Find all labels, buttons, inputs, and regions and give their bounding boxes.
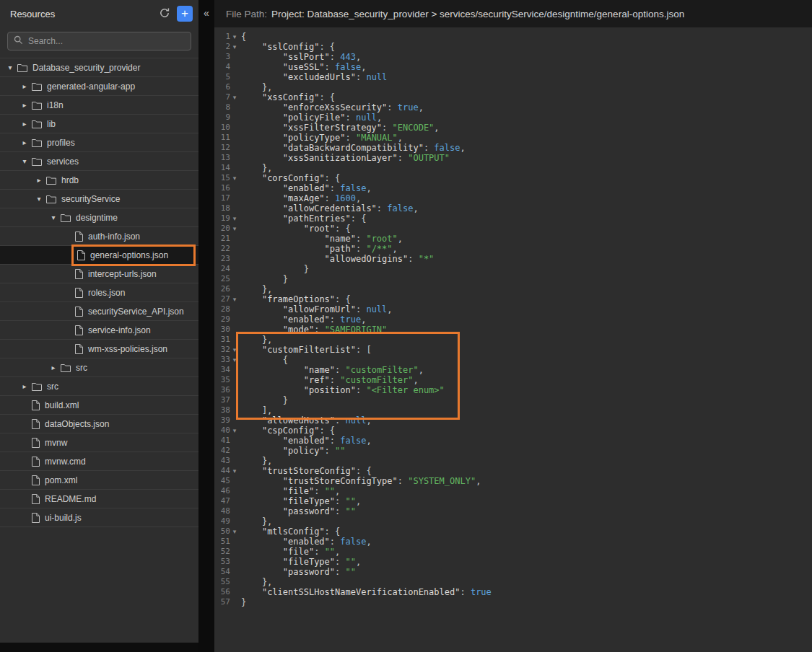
code-text[interactable]: "dataBackwardCompatibility": false, bbox=[239, 143, 466, 153]
code-text[interactable]: }, bbox=[239, 82, 272, 92]
code-text[interactable]: }, bbox=[239, 163, 272, 173]
tree-item-profiles[interactable]: ▸profiles bbox=[0, 133, 198, 152]
code-text[interactable]: "name": "root", bbox=[239, 234, 403, 244]
tree-item-designtime[interactable]: ▾designtime bbox=[0, 208, 198, 227]
code-text[interactable]: }, bbox=[239, 335, 272, 345]
tree-item-src[interactable]: ▸src bbox=[0, 377, 198, 396]
code-text[interactable]: "enabled": false, bbox=[239, 537, 372, 547]
tree-item-securityservice[interactable]: ▾securityService bbox=[0, 190, 198, 208]
code-text[interactable]: "corsConfig": { bbox=[239, 173, 340, 183]
code-text[interactable]: "allowedOrigins": "*" bbox=[239, 254, 434, 264]
tree-item-auth-info-json[interactable]: auth-info.json bbox=[0, 227, 198, 246]
chevron-down-icon[interactable]: ▾ bbox=[20, 152, 29, 171]
code-text[interactable]: "ref": "customFilter", bbox=[239, 375, 419, 385]
code-text[interactable]: }, bbox=[239, 577, 272, 587]
fold-caret-icon[interactable]: ▾ bbox=[230, 213, 239, 224]
code-text[interactable]: "maxAge": 1600, bbox=[239, 193, 361, 203]
code-text[interactable]: "name": "customFilter", bbox=[239, 365, 424, 375]
tree-item-service-info-json[interactable]: service-info.json bbox=[0, 321, 198, 340]
code-text[interactable]: "path": "/**", bbox=[239, 244, 398, 254]
chevron-right-icon[interactable]: ▸ bbox=[20, 115, 29, 133]
refresh-button[interactable] bbox=[159, 7, 170, 21]
fold-caret-icon[interactable]: ▾ bbox=[230, 92, 239, 102]
tree-item-i18n[interactable]: ▸i18n bbox=[0, 96, 198, 115]
code-text[interactable]: "enabled": false, bbox=[239, 436, 372, 446]
code-text[interactable]: "sslConfig": { bbox=[239, 42, 335, 52]
tree-item-securityservice-api-json[interactable]: securityService_API.json bbox=[0, 302, 198, 321]
code-text[interactable]: "enforceXssSecurity": true, bbox=[239, 102, 424, 113]
code-text[interactable]: ], bbox=[239, 405, 272, 415]
code-text[interactable]: "fileType": "", bbox=[239, 557, 361, 567]
code-text[interactable]: "excludedUrls": null bbox=[239, 72, 387, 82]
code-text[interactable]: "enabled": false, bbox=[239, 183, 372, 193]
code-text[interactable]: "policyType": "MANUAL", bbox=[239, 133, 403, 143]
fold-caret-icon[interactable]: ▾ bbox=[230, 42, 239, 52]
chevron-down-icon[interactable]: ▾ bbox=[35, 190, 43, 208]
code-text[interactable]: "mtlsConfig": { bbox=[239, 527, 340, 537]
chevron-right-icon[interactable]: ▸ bbox=[20, 133, 29, 152]
code-text[interactable]: "xssFilterStrategy": "ENCODE", bbox=[239, 123, 440, 133]
fold-caret-icon[interactable]: ▾ bbox=[230, 466, 239, 476]
fold-caret-icon[interactable]: ▾ bbox=[230, 224, 239, 234]
code-text[interactable]: "cspConfig": { bbox=[239, 426, 335, 436]
sidebar-horizontal-scrollbar[interactable] bbox=[0, 643, 198, 652]
fold-caret-icon[interactable]: ▾ bbox=[230, 294, 239, 304]
code-text[interactable]: "policyFile": null, bbox=[239, 113, 382, 123]
code-text[interactable]: "trustStoreConfigType": "SYSTEM_ONLY", bbox=[239, 476, 481, 486]
tree-item-generated-angular-app[interactable]: ▸generated-angular-app bbox=[0, 77, 198, 96]
tree-item-dataobjects-json[interactable]: dataObjects.json bbox=[0, 415, 198, 433]
tree-item-build-xml[interactable]: build.xml bbox=[0, 396, 198, 415]
code-text[interactable]: "root": { bbox=[239, 224, 351, 234]
chevron-right-icon[interactable]: ▸ bbox=[49, 358, 58, 377]
code-text[interactable]: "enabled": true, bbox=[239, 314, 366, 325]
code-text[interactable]: "pathEntries": { bbox=[239, 213, 366, 224]
code-text[interactable]: "sslPort": 443, bbox=[239, 52, 361, 62]
tree-item-wm-xss-policies-json[interactable]: wm-xss-policies.json bbox=[0, 340, 198, 358]
tree-item-roles-json[interactable]: roles.json bbox=[0, 283, 198, 302]
add-resource-button[interactable]: + bbox=[177, 6, 193, 22]
fold-caret-icon[interactable]: ▾ bbox=[230, 173, 239, 183]
tree-item-lib[interactable]: ▸lib bbox=[0, 115, 198, 133]
code-text[interactable]: } bbox=[239, 597, 246, 607]
code-text[interactable]: "allowedHosts": null, bbox=[239, 415, 372, 426]
code-text[interactable]: { bbox=[239, 355, 288, 365]
tree-item-intercept-urls-json[interactable]: intercept-urls.json bbox=[0, 265, 198, 283]
code-text[interactable]: "customFilterList": [ bbox=[239, 345, 372, 355]
code-text[interactable]: "frameOptions": { bbox=[239, 294, 351, 304]
code-text[interactable]: "password": "" bbox=[239, 506, 356, 516]
fold-caret-icon[interactable]: ▾ bbox=[230, 527, 239, 537]
tree-item-readme-md[interactable]: README.md bbox=[0, 490, 198, 508]
fold-caret-icon[interactable]: ▾ bbox=[230, 345, 239, 355]
code-text[interactable]: "password": "" bbox=[239, 567, 356, 577]
tree-item-src[interactable]: ▸src bbox=[0, 358, 198, 377]
collapse-panel-button[interactable]: « bbox=[200, 6, 213, 20]
fold-caret-icon[interactable]: ▾ bbox=[230, 32, 239, 42]
code-text[interactable]: "clientSSLHostNameVerificationEnabled": … bbox=[239, 587, 492, 597]
code-text[interactable]: { bbox=[239, 32, 246, 42]
tree-item-pom-xml[interactable]: pom.xml bbox=[0, 471, 198, 490]
tree-item-hrdb[interactable]: ▸hrdb bbox=[0, 171, 198, 190]
chevron-right-icon[interactable]: ▸ bbox=[20, 77, 29, 96]
code-text[interactable]: } bbox=[239, 395, 288, 405]
search-input[interactable] bbox=[28, 36, 185, 46]
tree-item-general-options-json[interactable]: general-options.json bbox=[0, 246, 198, 265]
fold-caret-icon[interactable]: ▾ bbox=[230, 355, 239, 365]
tree-item-database-security-provider[interactable]: ▾Database_security_provider bbox=[0, 58, 198, 77]
code-text[interactable]: }, bbox=[239, 456, 272, 466]
code-text[interactable]: } bbox=[239, 264, 309, 274]
code-text[interactable]: } bbox=[239, 274, 288, 284]
code-text[interactable]: "position": "<Filter enum>" bbox=[239, 385, 445, 395]
code-text[interactable]: }, bbox=[239, 516, 272, 527]
code-text[interactable]: "file": "", bbox=[239, 547, 340, 557]
code-text[interactable]: "xssConfig": { bbox=[239, 92, 335, 102]
code-text[interactable]: "mode": "SAMEORIGIN" bbox=[239, 325, 387, 335]
chevron-down-icon[interactable]: ▾ bbox=[6, 58, 14, 77]
code-text[interactable]: "allowCredentials": false, bbox=[239, 203, 419, 213]
code-text[interactable]: }, bbox=[239, 284, 272, 294]
tree-item-mvnw-cmd[interactable]: mvnw.cmd bbox=[0, 452, 198, 471]
code-text[interactable]: "xssSanitizationLayer": "OUTPUT" bbox=[239, 153, 450, 163]
chevron-right-icon[interactable]: ▸ bbox=[35, 171, 43, 190]
code-text[interactable]: "trustStoreConfig": { bbox=[239, 466, 372, 476]
code-text[interactable]: "fileType": "", bbox=[239, 496, 361, 506]
tree-item-services[interactable]: ▾services bbox=[0, 152, 198, 171]
